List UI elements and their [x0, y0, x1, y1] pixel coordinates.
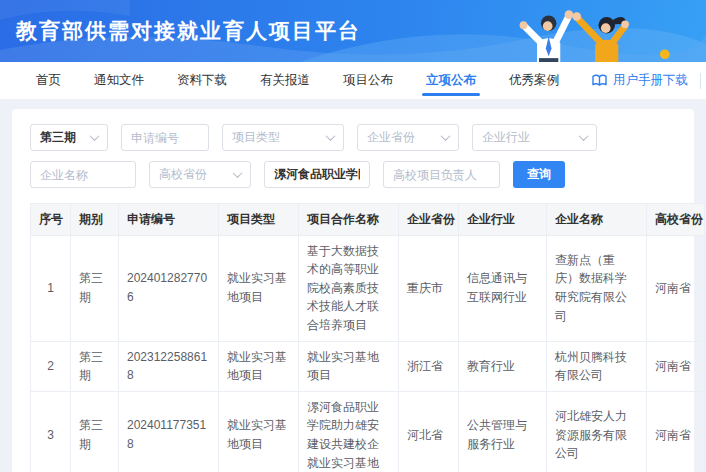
table-header: 序号 期别 申请编号 项目类型 项目合作名称 企业省份 企业行业 企业名称 高校… — [31, 204, 706, 236]
cell-company-industry: 教育行业 — [459, 341, 547, 391]
cell-project-type: 就业实习基地项目 — [219, 391, 299, 472]
search-button[interactable]: 查询 — [513, 161, 565, 188]
cell-company-name: 河北雄安人力资源服务有限公司 — [547, 391, 647, 472]
cell-period: 第三期 — [71, 391, 119, 472]
nav-item-reports[interactable]: 有关报道 — [260, 62, 310, 99]
cell-application-no: 2024012827706 — [119, 235, 219, 341]
page-title: 教育部供需对接就业育人项目平台 — [16, 17, 361, 45]
project-type-placeholder: 项目类型 — [232, 129, 280, 146]
manual-download-label: 用户手册下载 — [613, 72, 688, 89]
chevron-down-icon — [441, 131, 451, 141]
nav-item-project-publish[interactable]: 项目公布 — [343, 62, 393, 99]
table-row: 1 第三期 2024012827706 就业实习基地项目 基于大数据技术的高等职… — [31, 235, 706, 341]
cell-company-province: 浙江省 — [399, 341, 459, 391]
nav-item-home[interactable]: 首页 — [36, 62, 61, 99]
cell-period: 第三期 — [71, 235, 119, 341]
cell-project-name: 基于大数据技术的高等职业院校高素质技术技能人才联合培养项目 — [299, 235, 399, 341]
company-industry-placeholder: 企业行业 — [482, 129, 530, 146]
cell-project-type: 就业实习基地项目 — [219, 341, 299, 391]
cell-project-type: 就业实习基地项目 — [219, 235, 299, 341]
period-select-value: 第三期 — [40, 129, 76, 146]
company-province-select[interactable]: 企业省份 — [357, 124, 459, 151]
chevron-down-icon — [579, 131, 589, 141]
table-row: 2 第三期 2023122588618 就业实习基地项目 就业实习基地项目 浙江… — [31, 341, 706, 391]
cell-seq: 2 — [31, 341, 71, 391]
cell-project-name: 漯河食品职业学院助力雄安建设共建校企就业实习基地 — [299, 391, 399, 472]
col-project-name: 项目合作名称 — [299, 204, 399, 236]
col-period: 期别 — [71, 204, 119, 236]
cell-project-name: 就业实习基地项目 — [299, 341, 399, 391]
main-content: 第三期 项目类型 企业省份 企业行业 高校省份 查询 — [0, 99, 706, 472]
cell-seq: 3 — [31, 391, 71, 472]
cell-period: 第三期 — [71, 341, 119, 391]
school-leader-input[interactable] — [383, 161, 500, 188]
header-illustration — [458, 2, 678, 62]
projects-table: 序号 期别 申请编号 项目类型 项目合作名称 企业省份 企业行业 企业名称 高校… — [30, 203, 706, 472]
cell-company-province: 河北省 — [399, 391, 459, 472]
filter-bar: 第三期 项目类型 企业省份 企业行业 高校省份 查询 — [30, 124, 676, 188]
school-name-input[interactable] — [264, 161, 370, 188]
app-header: 教育部供需对接就业育人项目平台 — [0, 0, 706, 62]
nav-divider — [700, 73, 701, 89]
cell-school-province: 河南省 — [647, 235, 705, 341]
cell-company-industry: 公共管理与服务行业 — [459, 391, 547, 472]
cell-school-province: 河南省 — [647, 391, 705, 472]
school-province-placeholder: 高校省份 — [159, 166, 207, 183]
cell-company-name: 查新点（重庆）数据科学研究院有限公司 — [547, 235, 647, 341]
main-nav: 首页 通知文件 资料下载 有关报道 项目公布 立项公布 优秀案例 用户手册下载 … — [0, 62, 706, 99]
cell-company-industry: 信息通讯与互联网行业 — [459, 235, 547, 341]
nav-item-approval-publish[interactable]: 立项公布 — [426, 62, 476, 99]
table-row: 3 第三期 2024011773518 就业实习基地项目 漯河食品职业学院助力雄… — [31, 391, 706, 472]
chevron-down-icon — [326, 131, 336, 141]
cell-school-province: 河南省 — [647, 341, 705, 391]
col-company-province: 企业省份 — [399, 204, 459, 236]
col-company-name: 企业名称 — [547, 204, 647, 236]
book-icon — [592, 74, 607, 87]
chevron-down-icon — [90, 131, 100, 141]
cell-application-no: 2023122588618 — [119, 341, 219, 391]
period-select[interactable]: 第三期 — [30, 124, 108, 151]
cell-seq: 1 — [31, 235, 71, 341]
nav-right-actions: 用户手册下载 登录 — [592, 59, 706, 103]
cell-company-name: 杭州贝腾科技有限公司 — [547, 341, 647, 391]
application-no-input[interactable] — [121, 124, 209, 151]
company-province-placeholder: 企业省份 — [367, 129, 415, 146]
col-project-type: 项目类型 — [219, 204, 299, 236]
chevron-down-icon — [233, 168, 243, 178]
col-school-province: 高校省份 — [647, 204, 705, 236]
nav-item-downloads[interactable]: 资料下载 — [177, 62, 227, 99]
nav-item-excellent-cases[interactable]: 优秀案例 — [509, 62, 559, 99]
company-industry-select[interactable]: 企业行业 — [472, 124, 597, 151]
school-province-select[interactable]: 高校省份 — [149, 161, 251, 188]
cell-company-province: 重庆市 — [399, 235, 459, 341]
content-card: 第三期 项目类型 企业省份 企业行业 高校省份 查询 — [12, 109, 694, 472]
cell-application-no: 2024011773518 — [119, 391, 219, 472]
col-application-no: 申请编号 — [119, 204, 219, 236]
manual-download-button[interactable]: 用户手册下载 — [592, 72, 688, 89]
company-name-input[interactable] — [30, 161, 136, 188]
project-type-select[interactable]: 项目类型 — [222, 124, 344, 151]
col-company-industry: 企业行业 — [459, 204, 547, 236]
nav-item-notices[interactable]: 通知文件 — [94, 62, 144, 99]
col-seq: 序号 — [31, 204, 71, 236]
